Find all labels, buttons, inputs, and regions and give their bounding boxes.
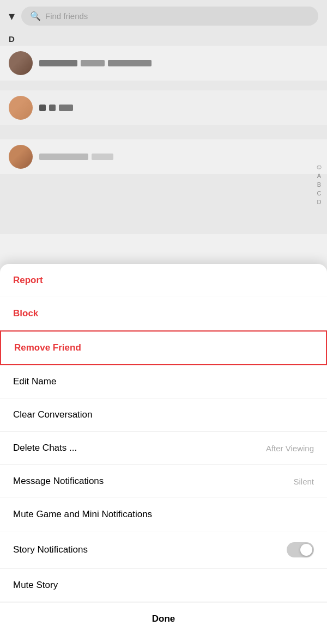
clear-conversation-item[interactable]: Clear Conversation — [0, 398, 327, 432]
row-spacer — [0, 126, 327, 139]
section-letter: D — [0, 32, 327, 46]
avatar — [9, 145, 33, 169]
name-block3 — [108, 60, 152, 66]
search-bar[interactable]: 🔍 Find friends — [21, 7, 318, 26]
name-block2 — [92, 154, 113, 160]
chevron-down-icon[interactable]: ▾ — [9, 9, 15, 23]
mute-story-label: Mute Story — [13, 580, 58, 591]
story-notifications-item[interactable]: Story Notifications — [0, 531, 327, 569]
name-block — [39, 60, 77, 66]
alpha-B[interactable]: B — [316, 181, 323, 188]
message-notifications-item[interactable]: Message Notifications Silent — [0, 465, 327, 498]
remove-friend-label: Remove Friend — [14, 342, 81, 353]
friend-row[interactable] — [0, 90, 327, 125]
alpha-emoji[interactable]: ☺ — [316, 163, 323, 171]
avatar — [9, 96, 33, 120]
name-block2 — [81, 60, 105, 66]
mute-story-item[interactable]: Mute Story — [0, 569, 327, 602]
mute-game-item[interactable]: Mute Game and Mini Notifications — [0, 498, 327, 531]
friend-info — [39, 60, 318, 66]
mute-game-label: Mute Game and Mini Notifications — [13, 509, 152, 520]
edit-name-item[interactable]: Edit Name — [0, 365, 327, 398]
friend-row[interactable] — [0, 46, 327, 81]
block-item[interactable]: Block — [0, 297, 327, 330]
name-block — [39, 154, 88, 160]
delete-chats-label: Delete Chats ... — [13, 443, 77, 453]
friend-info — [39, 105, 318, 111]
clear-conversation-label: Clear Conversation — [13, 409, 93, 420]
friend-row[interactable] — [0, 139, 327, 174]
done-label[interactable]: Done — [152, 614, 175, 624]
alpha-D[interactable]: D — [316, 198, 323, 206]
block-label: Block — [13, 308, 38, 319]
name-block3 — [59, 105, 73, 111]
row-spacer — [0, 82, 327, 90]
search-icon: 🔍 — [30, 11, 41, 21]
name-block — [39, 105, 46, 111]
delete-chats-value: After Viewing — [266, 444, 314, 453]
friend-name-row — [39, 154, 318, 160]
name-block2 — [49, 105, 56, 111]
alpha-A[interactable]: A — [316, 172, 323, 180]
friend-name-row — [39, 105, 318, 111]
search-placeholder: Find friends — [45, 11, 88, 21]
alphabet-index: ☺ A B C D — [316, 163, 323, 206]
toggle-knob — [300, 544, 312, 556]
message-notifications-value: Silent — [293, 477, 314, 486]
done-section[interactable]: Done — [0, 602, 327, 644]
top-bar: ▾ 🔍 Find friends — [0, 0, 327, 32]
friend-info — [39, 154, 318, 160]
alpha-C[interactable]: C — [316, 189, 323, 197]
avatar — [9, 51, 33, 75]
background-area: ▾ 🔍 Find friends D — [0, 0, 327, 234]
story-notifications-toggle[interactable] — [287, 542, 314, 557]
bottom-sheet: Report Block Remove Friend Edit Name Cle… — [0, 264, 327, 644]
message-notifications-label: Message Notifications — [13, 476, 104, 487]
report-label: Report — [13, 275, 43, 286]
story-notifications-label: Story Notifications — [13, 544, 88, 555]
remove-friend-item[interactable]: Remove Friend — [0, 330, 327, 365]
delete-chats-item[interactable]: Delete Chats ... After Viewing — [0, 432, 327, 465]
report-item[interactable]: Report — [0, 264, 327, 297]
edit-name-label: Edit Name — [13, 376, 56, 387]
friend-name-row — [39, 60, 318, 66]
